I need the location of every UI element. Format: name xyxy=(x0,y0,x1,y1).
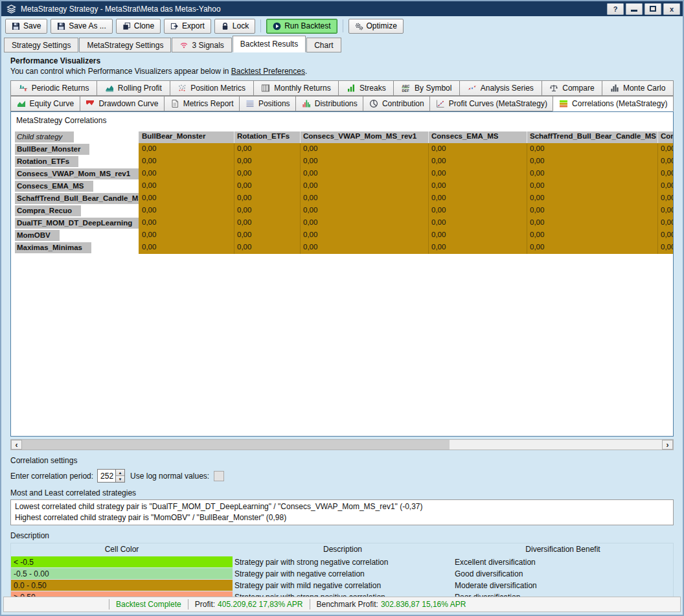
correlation-cell[interactable]: 0,00 xyxy=(237,218,251,226)
scroll-left-button[interactable]: ‹ xyxy=(11,440,22,450)
correlation-cell[interactable]: 0,00 xyxy=(661,231,673,238)
correlation-cell[interactable]: 0,00 xyxy=(431,144,446,152)
grid-row-header-cell[interactable]: Rotation_ETFs xyxy=(15,155,139,168)
visualizer-tab-distributions[interactable]: Distributions xyxy=(295,96,363,111)
correlation-cell[interactable]: 0,00 xyxy=(431,206,446,214)
correlation-cell[interactable]: 0,00 xyxy=(303,169,317,177)
grid-row-header-cell[interactable]: DualTF_MOM_DT_DeepLearning xyxy=(15,217,139,229)
help-button[interactable]: ? xyxy=(607,3,624,15)
correlation-cell[interactable]: 0,00 xyxy=(237,181,251,189)
save-button[interactable]: Save xyxy=(5,19,47,34)
correlation-cell[interactable]: 0,00 xyxy=(661,206,673,214)
visualizer-tab-streaks[interactable]: Streaks xyxy=(338,80,394,96)
visualizer-tab-position-metrics[interactable]: Position Metrics xyxy=(170,80,254,96)
correlation-cell[interactable]: 0,00 xyxy=(661,243,673,251)
grid-row-header-cell[interactable]: SchaffTrend_Bull_Bear_Candle_MS xyxy=(15,192,139,205)
correlation-cell[interactable]: 0,00 xyxy=(661,194,673,201)
tab-metastrategy-settings[interactable]: MetaStrategy Settings xyxy=(79,38,171,52)
tab-strategy-settings[interactable]: Strategy Settings xyxy=(4,38,78,52)
horizontal-scrollbar[interactable]: ‹ › xyxy=(10,439,674,450)
correlation-cell[interactable]: 0,00 xyxy=(530,157,544,165)
correlation-cell[interactable]: 0,00 xyxy=(530,194,544,201)
tab-chart[interactable]: Chart xyxy=(306,38,341,52)
visualizer-tab-monthly-returns[interactable]: Monthly Returns xyxy=(253,80,339,96)
visualizer-tab-contribution[interactable]: Contribution xyxy=(363,96,430,111)
correlation-cell[interactable]: 0,00 xyxy=(237,157,251,165)
backtest-preferences-link[interactable]: Backtest Preferences xyxy=(231,67,305,76)
scrollbar-track[interactable] xyxy=(22,440,662,450)
correlation-cell[interactable]: 0,00 xyxy=(530,243,544,251)
tab-backtest-results[interactable]: Backtest Results xyxy=(233,36,306,52)
correlation-cell[interactable]: 0,00 xyxy=(237,169,251,177)
grid-row-header-cell[interactable]: Compra_Recuo xyxy=(15,205,139,217)
correlation-cell[interactable]: 0,00 xyxy=(431,157,446,165)
correlation-cell[interactable]: 0,00 xyxy=(530,218,544,226)
correlation-cell[interactable]: 0,00 xyxy=(303,243,317,251)
correlation-cell[interactable]: 0,00 xyxy=(142,181,156,189)
export-button[interactable]: Export xyxy=(164,19,211,34)
correlation-cell[interactable]: 0,00 xyxy=(142,157,156,165)
grid-row-header-cell[interactable]: BullBear_Monster xyxy=(15,143,139,155)
log-normal-checkbox[interactable] xyxy=(214,471,224,481)
grid-column-header[interactable]: SchaffTrend_Bull_Bear_Candle_MS xyxy=(530,132,656,140)
grid-column-header[interactable]: Consecs_VWAP_Mom_MS_rev1 xyxy=(303,132,416,140)
correlation-cell[interactable]: 0,00 xyxy=(431,169,446,177)
scroll-right-button[interactable]: › xyxy=(662,440,673,450)
grid-row-header-cell[interactable]: MomOBV xyxy=(15,229,139,242)
correlation-cell[interactable]: 0,00 xyxy=(237,144,251,152)
correlation-cell[interactable]: 0,00 xyxy=(303,144,317,152)
grid-corner-cell[interactable]: Child strategy xyxy=(15,131,139,143)
minimize-button[interactable] xyxy=(626,3,643,15)
correlation-cell[interactable]: 0,00 xyxy=(142,243,156,251)
visualizer-tab-compare[interactable]: Compare xyxy=(542,80,603,96)
grid-column-header[interactable]: Consecs_EMA_MS xyxy=(431,132,499,140)
grid-column-header[interactable]: BullBear_Monster xyxy=(142,132,205,140)
correlation-cell[interactable]: 0,00 xyxy=(530,231,544,238)
visualizer-tab-analysis-series[interactable]: Analysis Series xyxy=(459,80,542,96)
correlation-cell[interactable]: 0,00 xyxy=(237,231,251,238)
correlation-cell[interactable]: 0,00 xyxy=(237,243,251,251)
correlation-cell[interactable]: 0,00 xyxy=(303,218,317,226)
optimize-button[interactable]: Optimize xyxy=(348,19,404,34)
correlation-cell[interactable]: 0,00 xyxy=(431,181,446,189)
correlation-cell[interactable]: 0,00 xyxy=(142,144,156,152)
grid-row-header-cell[interactable]: Consecs_EMA_MS xyxy=(15,180,139,192)
visualizer-tab-periodic-returns[interactable]: Periodic Returns xyxy=(10,80,97,96)
correlation-cell[interactable]: 0,00 xyxy=(661,181,673,189)
visualizer-tab-equity-curve[interactable]: Equity Curve xyxy=(10,96,80,111)
visualizer-tab-rolling-profit[interactable]: Rolling Profit xyxy=(97,80,170,96)
run-backtest-button[interactable]: Run Backtest xyxy=(266,19,337,34)
correlation-cell[interactable]: 0,00 xyxy=(237,194,251,201)
correlation-cell[interactable]: 0,00 xyxy=(431,218,446,226)
correlation-cell[interactable]: 0,00 xyxy=(431,243,446,251)
visualizer-tab-drawdown-curve[interactable]: Drawdown Curve xyxy=(80,96,165,111)
grid-row-header-cell[interactable]: Consecs_VWAP_Mom_MS_rev1 xyxy=(15,168,139,180)
visualizer-tab-monte-carlo[interactable]: Monte Carlo xyxy=(602,80,674,96)
lock-button[interactable]: Lock xyxy=(214,19,255,34)
correlation-cell[interactable]: 0,00 xyxy=(142,231,156,238)
visualizer-tab-positions[interactable]: Positions xyxy=(239,96,296,111)
grid-column-header[interactable]: Rotation_ETFs xyxy=(237,132,290,140)
correlation-period-input[interactable] xyxy=(97,469,115,483)
correlation-cell[interactable]: 0,00 xyxy=(661,144,673,152)
correlation-cell[interactable]: 0,00 xyxy=(303,181,317,189)
visualizer-tab-profit-curves-metastrategy-[interactable]: Profit Curves (MetaStrategy) xyxy=(429,96,553,111)
correlation-cell[interactable]: 0,00 xyxy=(142,169,156,177)
correlation-cell[interactable]: 0,00 xyxy=(530,181,544,189)
correlation-cell[interactable]: 0,00 xyxy=(142,206,156,214)
correlation-cell[interactable]: 0,00 xyxy=(661,157,673,165)
close-button[interactable]: x xyxy=(663,3,680,15)
save-as-button[interactable]: Save As ... xyxy=(51,19,112,34)
correlation-cell[interactable]: 0,00 xyxy=(661,218,673,226)
correlation-cell[interactable]: 0,00 xyxy=(530,169,544,177)
correlation-cell[interactable]: 0,00 xyxy=(303,157,317,165)
correlation-cell[interactable]: 0,00 xyxy=(431,194,446,201)
visualizer-tab-metrics-report[interactable]: Metrics Report xyxy=(164,96,240,111)
grid-row-header-cell[interactable]: Maximas_Minimas xyxy=(15,242,139,254)
correlation-cell[interactable]: 0,00 xyxy=(142,194,156,201)
correlation-cell[interactable]: 0,00 xyxy=(303,206,317,214)
correlation-cell[interactable]: 0,00 xyxy=(530,206,544,214)
spin-up-button[interactable]: ▲ xyxy=(116,470,124,476)
visualizer-tab-by-symbol[interactable]: ABCDEFBy Symbol xyxy=(393,80,460,96)
correlation-cell[interactable]: 0,00 xyxy=(661,169,673,177)
